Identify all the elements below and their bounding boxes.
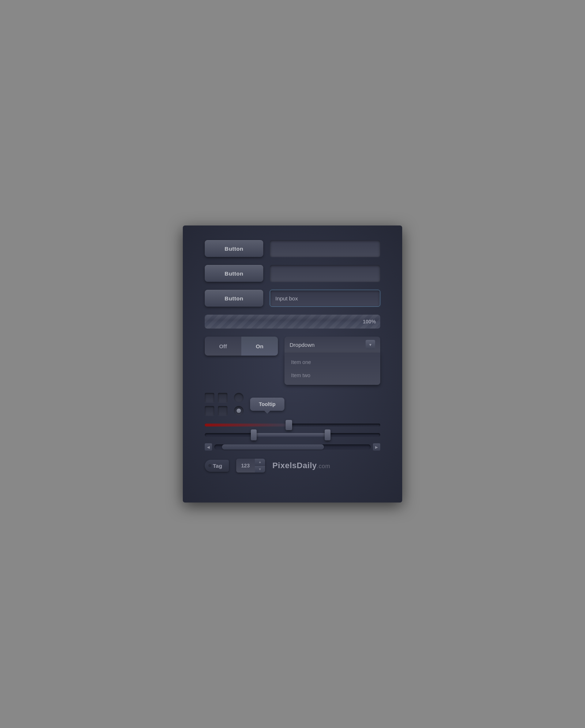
- progress-bar: 100%: [205, 315, 380, 329]
- toggle-group: Off On: [205, 337, 278, 356]
- dropdown-item-2[interactable]: Item two: [284, 369, 380, 382]
- input-field-2[interactable]: [270, 265, 380, 282]
- dropdown-menu: Item one Item two: [284, 353, 380, 385]
- checkbox-1[interactable]: [205, 393, 214, 402]
- range-handle-right[interactable]: [325, 429, 331, 440]
- slider-handle[interactable]: [286, 420, 292, 430]
- radio-group: [234, 393, 244, 416]
- row-1: Button: [205, 240, 380, 257]
- range-handle-left[interactable]: [251, 429, 257, 440]
- tooltip-container: Tooltip: [250, 398, 284, 411]
- range-fill: [254, 433, 328, 437]
- tooltip-arrow: [264, 411, 270, 414]
- toggle-off-button[interactable]: Off: [205, 337, 241, 356]
- button-2[interactable]: Button: [205, 265, 263, 282]
- scrollbar-track: [214, 444, 371, 450]
- radio-1[interactable]: [234, 393, 244, 402]
- controls-row: Tooltip: [205, 393, 380, 416]
- slider-track: [205, 424, 380, 426]
- dropdown-arrow-icon: ▼: [366, 340, 375, 349]
- brand: PixelsDaily.com: [272, 461, 330, 470]
- scrollbar-row: ◀ ▶: [205, 443, 380, 451]
- brand-name: PixelsDaily: [272, 461, 317, 470]
- input-field-3[interactable]: [270, 290, 380, 307]
- scroll-left-button[interactable]: ◀: [205, 443, 212, 451]
- scroll-right-button[interactable]: ▶: [373, 443, 380, 451]
- dropdown-header[interactable]: Dropdown ▼: [284, 337, 380, 353]
- checkbox-3[interactable]: [205, 406, 214, 416]
- dropdown-container: Dropdown ▼ Item one Item two: [284, 337, 380, 385]
- stepper-up-icon: ▲: [258, 460, 261, 464]
- row-2: Button: [205, 265, 380, 282]
- stepper-controls: ▲ ▼: [255, 459, 265, 473]
- radio-2[interactable]: [234, 406, 244, 416]
- input-field-1[interactable]: [270, 240, 380, 257]
- stepper-value: 123: [236, 459, 255, 473]
- toggle-on-button[interactable]: On: [241, 337, 278, 356]
- button-1[interactable]: Button: [205, 240, 263, 257]
- progress-fill: [205, 315, 380, 329]
- stepper-down-icon: ▼: [258, 467, 261, 471]
- bottom-row: Tag 123 ▲ ▼ PixelsDaily.com: [205, 459, 380, 473]
- progress-label: 100%: [363, 319, 376, 325]
- progress-row: 100%: [205, 315, 380, 329]
- stepper-down-button[interactable]: ▼: [255, 466, 265, 473]
- range-slider: [205, 433, 380, 437]
- tag[interactable]: Tag: [205, 460, 229, 472]
- slider-fill: [205, 424, 289, 426]
- scrollbar-thumb[interactable]: [222, 444, 324, 450]
- brand-suffix: .com: [317, 463, 331, 469]
- checkbox-group: [205, 393, 227, 416]
- button-3[interactable]: Button: [205, 290, 263, 307]
- dropdown-label: Dropdown: [290, 342, 314, 348]
- toggle-dropdown-row: Off On Dropdown ▼ Item one Item two: [205, 337, 380, 385]
- ui-kit-panel: Button Button Button 100% Off On Dropdow…: [183, 225, 402, 503]
- scroll-left-icon: ◀: [207, 445, 210, 449]
- progress-stripes: [205, 315, 380, 329]
- row-3: Button: [205, 290, 380, 307]
- checkbox-2[interactable]: [218, 393, 227, 402]
- slider-row-range: [205, 433, 380, 437]
- stepper: 123 ▲ ▼: [236, 459, 265, 473]
- slider-row-single: [205, 424, 380, 426]
- stepper-up-button[interactable]: ▲: [255, 459, 265, 466]
- tooltip-button[interactable]: Tooltip: [250, 398, 284, 411]
- dropdown-item-1[interactable]: Item one: [284, 356, 380, 369]
- scroll-right-icon: ▶: [375, 445, 378, 449]
- checkbox-4[interactable]: [218, 406, 227, 416]
